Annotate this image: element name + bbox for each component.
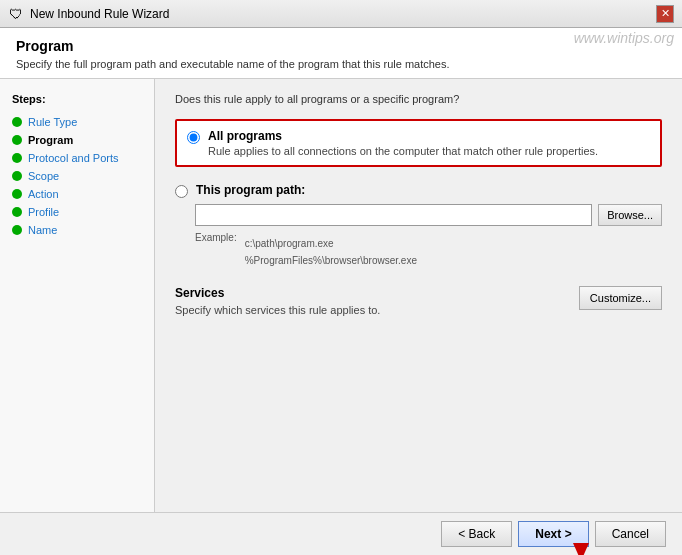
step-label-profile: Profile xyxy=(28,206,59,218)
page-title: Program xyxy=(16,38,666,54)
step-dot-scope xyxy=(12,171,22,181)
page-subtitle: Specify the full program path and execut… xyxy=(16,58,666,70)
sidebar-item-program[interactable]: Program xyxy=(0,131,154,149)
content-panel: Does this rule apply to all programs or … xyxy=(155,79,682,512)
sidebar-item-protocol-ports[interactable]: Protocol and Ports xyxy=(0,149,154,167)
dialog-body: Steps: Rule Type Program Protocol and Po… xyxy=(0,79,682,512)
back-button[interactable]: < Back xyxy=(441,521,512,547)
cancel-button[interactable]: Cancel xyxy=(595,521,666,547)
services-desc: Specify which services this rule applies… xyxy=(175,304,380,316)
sidebar-item-name[interactable]: Name xyxy=(0,221,154,239)
step-label-rule-type: Rule Type xyxy=(28,116,77,128)
next-arrow-indicator xyxy=(569,543,593,555)
wizard-icon: 🛡 xyxy=(8,6,24,22)
path-input-row: Browse... xyxy=(195,204,662,226)
this-program-section: This program path: Browse... Example: c:… xyxy=(175,183,662,266)
all-programs-box: All programs Rule applies to all connect… xyxy=(175,119,662,167)
example-line1: c:\path\program.exe xyxy=(245,238,417,249)
this-program-radio[interactable] xyxy=(175,185,188,198)
customize-button[interactable]: Customize... xyxy=(579,286,662,310)
sidebar-item-profile[interactable]: Profile xyxy=(0,203,154,221)
program-path-input[interactable] xyxy=(195,204,592,226)
step-dot-protocol-ports xyxy=(12,153,22,163)
example-row: Example: c:\path\program.exe %ProgramFil… xyxy=(195,232,662,266)
content-question: Does this rule apply to all programs or … xyxy=(175,93,662,105)
sidebar-item-action[interactable]: Action xyxy=(0,185,154,203)
browse-button[interactable]: Browse... xyxy=(598,204,662,226)
services-info: Services Specify which services this rul… xyxy=(175,286,380,316)
this-program-label: This program path: xyxy=(196,183,305,197)
step-dot-program xyxy=(12,135,22,145)
close-button[interactable]: ✕ xyxy=(656,5,674,23)
this-program-option[interactable]: This program path: xyxy=(175,183,662,198)
example-label: Example: xyxy=(195,232,237,243)
all-programs-desc: Rule applies to all connections on the c… xyxy=(208,145,598,157)
dialog: Program Specify the full program path an… xyxy=(0,28,682,555)
steps-title: Steps: xyxy=(0,89,154,113)
all-programs-option[interactable]: All programs Rule applies to all connect… xyxy=(187,129,650,157)
sidebar-item-scope[interactable]: Scope xyxy=(0,167,154,185)
step-dot-rule-type xyxy=(12,117,22,127)
all-programs-radio[interactable] xyxy=(187,131,200,144)
example-line2: %ProgramFiles%\browser\browser.exe xyxy=(245,255,417,266)
step-label-scope: Scope xyxy=(28,170,59,182)
step-label-action: Action xyxy=(28,188,59,200)
all-programs-label: All programs xyxy=(208,129,598,143)
step-dot-name xyxy=(12,225,22,235)
services-section: Services Specify which services this rul… xyxy=(175,286,662,316)
dialog-footer: < Back Next > Cancel xyxy=(0,512,682,555)
step-label-protocol-ports: Protocol and Ports xyxy=(28,152,119,164)
svg-marker-0 xyxy=(573,543,589,555)
dialog-header: Program Specify the full program path an… xyxy=(0,28,682,79)
services-title: Services xyxy=(175,286,380,300)
step-dot-profile xyxy=(12,207,22,217)
step-label-program: Program xyxy=(28,134,73,146)
title-bar-text: New Inbound Rule Wizard xyxy=(30,7,656,21)
sidebar-item-rule-type[interactable]: Rule Type xyxy=(0,113,154,131)
step-dot-action xyxy=(12,189,22,199)
steps-panel: Steps: Rule Type Program Protocol and Po… xyxy=(0,79,155,512)
step-label-name: Name xyxy=(28,224,57,236)
title-bar: 🛡 New Inbound Rule Wizard ✕ xyxy=(0,0,682,28)
